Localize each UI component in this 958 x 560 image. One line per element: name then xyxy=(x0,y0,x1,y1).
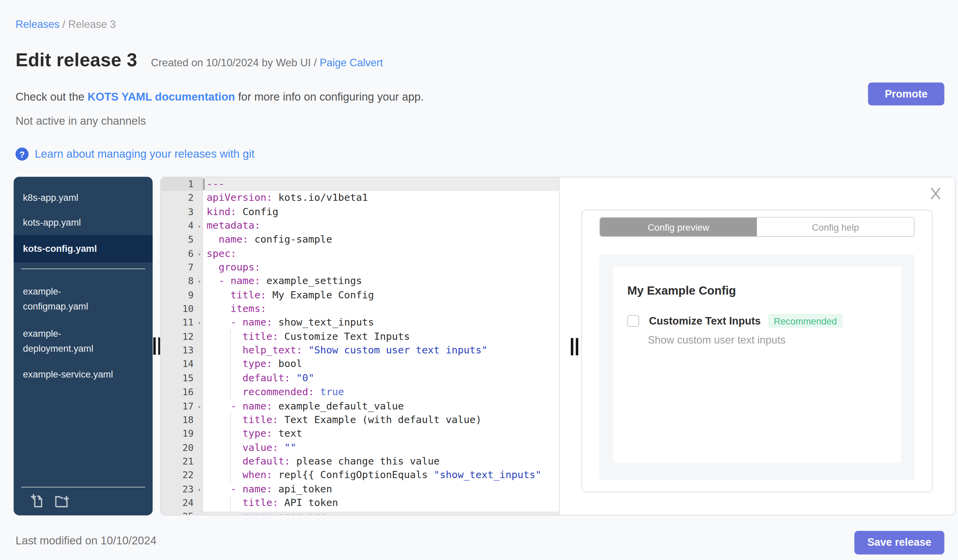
code-text: - name: example_default_value xyxy=(203,399,559,413)
customize-text-inputs-checkbox[interactable] xyxy=(627,315,639,327)
code-line-18[interactable]: 18 title: Text Example (with default val… xyxy=(161,413,559,427)
code-line-21[interactable]: 21 default: please change this value xyxy=(161,455,559,468)
fold-arrow-icon[interactable]: ▾ xyxy=(198,275,201,289)
recommended-badge: Recommended xyxy=(768,314,842,328)
editor-resize-handle[interactable] xyxy=(571,338,578,356)
line-number: 24 xyxy=(161,496,203,510)
file-name-text: example- xyxy=(23,326,143,341)
breadcrumb-releases-link[interactable]: Releases xyxy=(16,19,59,30)
line-number: 8▾ xyxy=(161,274,203,288)
promote-button[interactable]: Promote xyxy=(868,82,944,106)
line-number: 19 xyxy=(161,427,203,441)
sidebar-file-list-top: k8s-app.yamlkots-app.yamlkots-config.yam… xyxy=(14,177,153,262)
resize-bar xyxy=(571,338,573,356)
sidebar-item-kots-app.yaml[interactable]: kots-app.yaml xyxy=(14,210,153,235)
code-line-3[interactable]: 3kind: Config xyxy=(161,205,559,219)
save-release-button[interactable]: Save release xyxy=(854,531,944,554)
code-line-9[interactable]: 9 title: My Example Config xyxy=(161,288,559,302)
code-line-4[interactable]: 4▾metadata: xyxy=(161,219,559,233)
git-releases-link[interactable]: Learn about managing your releases with … xyxy=(35,147,254,160)
file-sidebar: k8s-app.yamlkots-app.yamlkots-config.yam… xyxy=(14,177,153,516)
text-cursor xyxy=(203,179,205,190)
new-folder-icon[interactable] xyxy=(55,493,70,509)
code-line-6[interactable]: 6▾spec: xyxy=(161,247,559,261)
code-text: default: "0" xyxy=(203,372,559,385)
code-line-14[interactable]: 14 type: bool xyxy=(161,358,559,372)
code-text: title: Text Example (with default value) xyxy=(203,413,559,427)
code-text: spec: xyxy=(203,247,559,261)
code-text: items: xyxy=(203,302,559,316)
sidebar-item-example-configmap.yaml[interactable]: example-configmap.yaml xyxy=(14,278,153,320)
code-line-5[interactable]: 5 name: config-sample xyxy=(161,233,559,247)
sidebar-divider xyxy=(21,269,145,269)
kots-yaml-doc-link[interactable]: KOTS YAML documentation xyxy=(87,90,235,103)
config-render-area: My Example Config Customize Text Inputs … xyxy=(600,254,915,480)
sidebar-resize-handle[interactable] xyxy=(153,337,161,355)
sidebar-item-kots-config.yaml[interactable]: kots-config.yaml xyxy=(14,235,153,262)
file-name-text: example-service.yaml xyxy=(23,369,113,380)
code-line-1[interactable]: 1--- xyxy=(161,177,559,191)
line-number: 16 xyxy=(161,385,203,399)
fold-arrow-icon[interactable]: ▾ xyxy=(198,247,201,261)
line-number: 20 xyxy=(161,441,203,455)
code-text: title: Customize Text Inputs xyxy=(203,330,559,344)
code-text: - name: api_token xyxy=(203,482,559,496)
fold-arrow-icon[interactable]: ▾ xyxy=(198,483,201,497)
doc-line: Check out the KOTS YAML documentation fo… xyxy=(16,90,424,103)
line-number: 6▾ xyxy=(161,247,203,261)
line-number: 25 xyxy=(161,510,203,515)
config-tabs: Config preview Config help xyxy=(600,217,915,237)
config-group-title: My Example Config xyxy=(627,284,901,298)
code-line-12[interactable]: 12 title: Customize Text Inputs xyxy=(161,330,559,344)
code-line-22[interactable]: 22 when: repl{{ ConfigOptionEquals "show… xyxy=(161,468,559,482)
fold-arrow-icon[interactable]: ▾ xyxy=(198,317,201,331)
line-number: 18 xyxy=(161,413,203,427)
code-line-23[interactable]: 23▾ - name: api_token xyxy=(161,482,559,496)
file-name-text: configmap.yaml xyxy=(23,299,143,314)
code-line-2[interactable]: 2apiVersion: kots.io/v1beta1 xyxy=(161,191,559,205)
code-line-17[interactable]: 17▾ - name: example_default_value xyxy=(161,399,559,413)
code-text: - name: show_text_inputs xyxy=(203,316,559,330)
line-number: 2 xyxy=(161,191,203,205)
code-text: title: API token xyxy=(203,496,559,510)
author-link[interactable]: Paige Calvert xyxy=(320,57,383,69)
file-name-text: kots-app.yaml xyxy=(23,217,81,228)
tab-config-preview[interactable]: Config preview xyxy=(600,218,757,237)
fold-arrow-icon[interactable]: ▾ xyxy=(198,400,201,414)
code-line-7[interactable]: 7 groups: xyxy=(161,261,559,275)
page-title: Edit release 3 xyxy=(16,50,137,71)
code-text: type: text xyxy=(203,427,559,441)
breadcrumb-separator: / xyxy=(59,19,68,30)
code-line-8[interactable]: 8▾ - name: example_settings xyxy=(161,274,559,288)
fold-arrow-icon[interactable]: ▾ xyxy=(198,220,201,233)
code-line-19[interactable]: 19 type: text xyxy=(161,427,559,441)
doc-prefix: Check out the xyxy=(16,90,88,103)
code-text: groups: xyxy=(203,261,559,275)
resize-bar xyxy=(153,337,156,355)
sidebar-item-example-deployment.yaml[interactable]: example-deployment.yaml xyxy=(14,320,153,362)
line-number: 21 xyxy=(161,455,203,468)
code-line-20[interactable]: 20 value: "" xyxy=(161,441,559,455)
code-line-24[interactable]: 24 title: API token xyxy=(161,496,559,510)
sidebar-file-list-bottom: example-configmap.yamlexample-deployment… xyxy=(14,275,153,387)
code-line-13[interactable]: 13 help_text: "Show custom user text inp… xyxy=(161,343,559,358)
code-line-15[interactable]: 15 default: "0" xyxy=(161,372,559,385)
editor-hscrollbar[interactable] xyxy=(203,512,559,515)
line-number: 23▾ xyxy=(161,482,203,496)
line-number: 5 xyxy=(161,233,203,247)
code-line-16[interactable]: 16 recommended: true xyxy=(161,385,559,399)
line-number: 13 xyxy=(161,343,203,358)
breadcrumb: Releases / Release 3 xyxy=(16,19,116,31)
code-text: recommended: true xyxy=(203,385,559,399)
code-line-10[interactable]: 10 items: xyxy=(161,302,559,316)
sidebar-item-example-service.yaml[interactable]: example-service.yaml xyxy=(14,362,153,387)
close-icon[interactable] xyxy=(929,187,942,200)
code-text: apiVersion: kots.io/v1beta1 xyxy=(203,191,559,205)
sidebar-item-k8s-app.yaml[interactable]: k8s-app.yaml xyxy=(14,185,153,210)
code-text: kind: Config xyxy=(203,205,559,219)
file-name-text: kots-config.yaml xyxy=(23,243,97,253)
new-file-icon[interactable] xyxy=(30,493,46,509)
tab-config-help[interactable]: Config help xyxy=(757,218,914,237)
code-line-11[interactable]: 11▾ - name: show_text_inputs xyxy=(161,316,559,330)
code-editor[interactable]: 1---2apiVersion: kots.io/v1beta13kind: C… xyxy=(161,177,560,515)
